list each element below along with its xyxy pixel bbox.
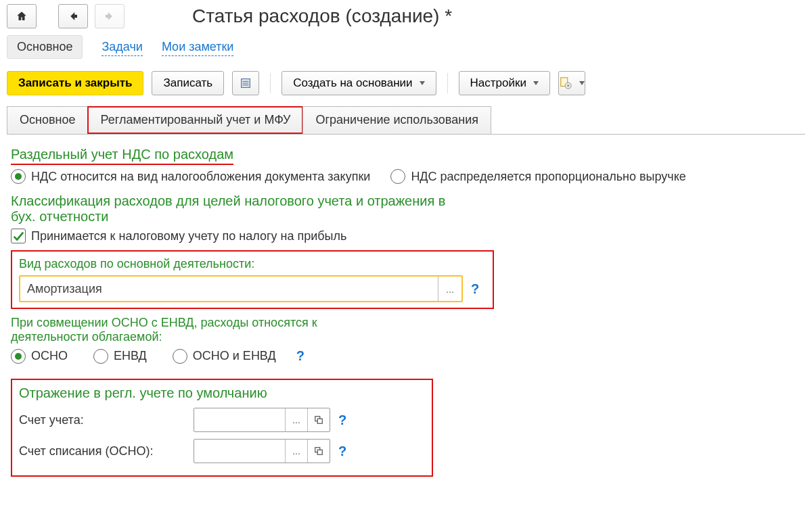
tab-regulated[interactable]: Регламентированный учет и МФУ xyxy=(87,106,303,134)
account-field[interactable]: ... xyxy=(194,408,330,432)
account-choose-button[interactable]: ... xyxy=(285,408,307,431)
osno-o2: ЕНВД xyxy=(114,349,147,363)
vat-radio-doc[interactable] xyxy=(11,169,26,184)
document-button[interactable] xyxy=(558,71,585,95)
osno-radio-osno[interactable] xyxy=(11,349,26,364)
list-icon xyxy=(240,77,252,89)
taxcheck-label: Принимается к налоговому учету по налогу… xyxy=(31,229,346,243)
create-based-label: Создать на основании xyxy=(293,76,412,90)
chevron-down-icon xyxy=(533,81,539,85)
save-close-button[interactable]: Записать и закрыть xyxy=(7,71,143,95)
taxclass-title: Классификация расходов для целей налогов… xyxy=(11,193,457,224)
save-button[interactable]: Записать xyxy=(152,71,224,95)
navlink-notes[interactable]: Мои заметки xyxy=(162,39,234,56)
osno-radio-both[interactable] xyxy=(173,349,187,364)
check-icon xyxy=(12,230,24,242)
vat-section-title: Раздельный учет НДС по расходам xyxy=(11,147,801,165)
arrow-left-icon xyxy=(67,10,79,22)
settings-button[interactable]: Настройки xyxy=(459,71,550,95)
open-icon xyxy=(314,446,323,456)
account-help[interactable]: ? xyxy=(336,412,349,428)
activity-label: Вид расходов по основной деятельности: xyxy=(19,257,486,271)
activity-field[interactable]: Амортизация ... xyxy=(19,275,463,302)
forward-button xyxy=(95,4,125,28)
settings-label: Настройки xyxy=(470,76,526,90)
osno-o3: ОСНО и ЕНВД xyxy=(193,349,276,363)
page-title: Статья расходов (создание) * xyxy=(192,5,452,27)
vat-opt2-label: НДС распределяется пропорционально выруч… xyxy=(411,170,685,184)
toolbar-separator xyxy=(270,73,271,93)
open-icon xyxy=(314,415,323,425)
activity-choose-button[interactable]: ... xyxy=(438,277,461,301)
activity-help[interactable]: ? xyxy=(468,281,482,297)
account-open-button[interactable] xyxy=(307,408,330,431)
tab-main[interactable]: Основное xyxy=(7,106,88,134)
writeoff-help[interactable]: ? xyxy=(336,444,349,459)
vat-opt1-label: НДС относится на вид налогообложения док… xyxy=(31,170,370,184)
navlink-tasks[interactable]: Задачи xyxy=(102,39,142,56)
osno-help[interactable]: ? xyxy=(294,348,307,364)
osno-radio-envd[interactable] xyxy=(93,349,108,364)
list-button[interactable] xyxy=(232,71,259,95)
chevron-down-icon xyxy=(420,81,425,85)
regl-title: Отражение в регл. учете по умолчанию xyxy=(19,385,425,401)
back-button[interactable] xyxy=(58,4,88,28)
create-based-button[interactable]: Создать на основании xyxy=(281,71,436,95)
activity-value: Амортизация xyxy=(20,282,438,296)
svg-point-6 xyxy=(567,85,569,87)
svg-rect-10 xyxy=(317,450,322,454)
arrow-right-icon xyxy=(104,10,116,22)
toolbar-separator xyxy=(447,73,448,93)
svg-rect-8 xyxy=(317,419,322,423)
writeoff-label: Счет списания (ОСНО): xyxy=(19,444,194,458)
writeoff-choose-button[interactable]: ... xyxy=(285,440,307,463)
writeoff-field[interactable]: ... xyxy=(194,439,330,463)
writeoff-open-button[interactable] xyxy=(307,440,330,463)
home-icon xyxy=(16,10,28,22)
chevron-down-icon xyxy=(579,81,585,85)
osno-label: При совмещении ОСНО с ЕНВД, расходы отно… xyxy=(11,316,376,344)
vat-radio-prop[interactable] xyxy=(390,169,405,184)
navlink-main[interactable]: Основное xyxy=(7,35,83,59)
home-button[interactable] xyxy=(7,4,37,28)
osno-o1: ОСНО xyxy=(31,349,68,363)
document-gear-icon xyxy=(559,76,572,90)
tab-restrictions[interactable]: Ограничение использования xyxy=(302,106,491,134)
account-label: Счет учета: xyxy=(19,413,194,427)
taxcheck[interactable] xyxy=(11,229,26,243)
